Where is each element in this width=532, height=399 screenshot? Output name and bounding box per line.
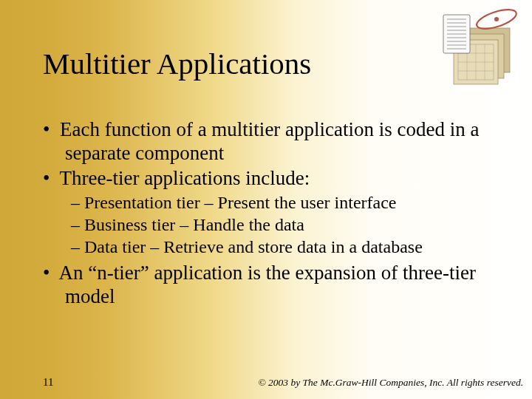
svg-rect-1	[460, 34, 504, 78]
svg-rect-2	[454, 40, 498, 84]
bullet-item: An “n-tier” application is the expansion…	[43, 262, 494, 309]
svg-point-20	[474, 6, 518, 33]
slide-title: Multitier Applications	[43, 46, 311, 81]
svg-point-21	[494, 17, 499, 21]
slide-content: Each function of a multitier application…	[43, 118, 494, 310]
sub-bullet-item: Presentation tier – Present the user int…	[43, 192, 494, 214]
svg-rect-10	[443, 15, 470, 53]
corner-graphic	[429, 6, 526, 95]
svg-rect-0	[466, 28, 510, 72]
bullet-item: Three-tier applications include:	[43, 167, 494, 191]
slide-footer: 11 © 2003 by The Mc.Graw-Hill Companies,…	[0, 376, 532, 389]
sub-bullet-item: Business tier – Handle the data	[43, 214, 494, 236]
page-number: 11	[43, 376, 53, 389]
copyright-text: © 2003 by The Mc.Graw-Hill Companies, In…	[258, 377, 523, 389]
svg-rect-3	[458, 44, 494, 80]
sub-bullet-item: Data tier – Retrieve and store data in a…	[43, 236, 494, 258]
bullet-item: Each function of a multitier application…	[43, 118, 494, 166]
